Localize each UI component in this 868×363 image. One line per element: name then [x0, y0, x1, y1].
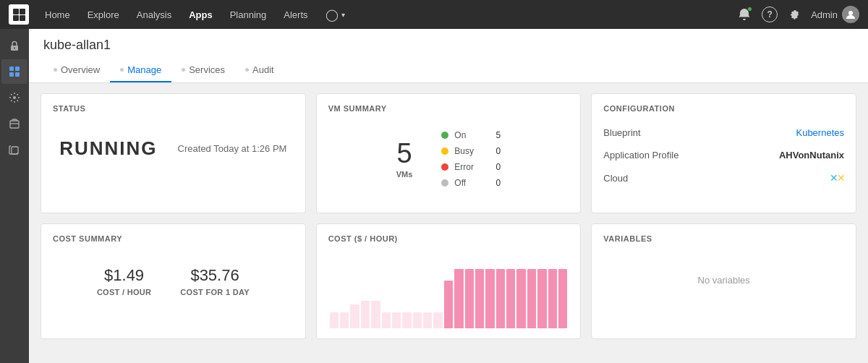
- chart-bar: [371, 301, 380, 329]
- logo[interactable]: [9, 4, 29, 25]
- page-header: kube-allan1 Overview Manage Services Aud…: [29, 29, 868, 83]
- chart-bar: [330, 312, 339, 328]
- config-key-cloud: Cloud: [603, 173, 628, 184]
- cost-per-hour-label: COST / HOUR: [97, 288, 151, 296]
- svg-rect-8: [15, 67, 20, 71]
- vm-stats: On 5 Busy 0 Error 0: [441, 130, 501, 188]
- notification-icon[interactable]: [737, 7, 752, 22]
- svg-rect-3: [20, 15, 25, 21]
- chart-bar: [548, 269, 557, 329]
- vm-summary-card: VM SUMMARY 5 VMs On 5 B: [316, 93, 582, 213]
- nav-right: ? Admin: [737, 6, 859, 23]
- nav-item-analysis[interactable]: Analysis: [128, 0, 180, 29]
- tab-services[interactable]: Services: [171, 60, 235, 82]
- cost-summary-card: COST SUMMARY $1.49 COST / HOUR $35.76 CO…: [41, 223, 306, 339]
- cost-summary-body: $1.49 COST / HOUR $35.76 COST FOR 1 DAY: [53, 255, 294, 317]
- nav-item-home[interactable]: Home: [36, 0, 79, 29]
- cost-per-day-amount: $35.76: [180, 266, 249, 285]
- chart-bar: [496, 269, 505, 329]
- page-title: kube-allan1: [43, 38, 854, 53]
- sidebar-item-copy[interactable]: [1, 137, 27, 162]
- cost-chart-body: [328, 249, 569, 328]
- chart-bar: [527, 269, 536, 329]
- cost-per-day-label: COST FOR 1 DAY: [180, 288, 249, 296]
- config-val-profile: AHVonNutanix: [779, 150, 844, 161]
- chart-bar: [516, 269, 525, 329]
- cost-per-day-block: $35.76 COST FOR 1 DAY: [180, 266, 249, 296]
- vm-count-number: 5: [396, 140, 413, 167]
- svg-point-6: [14, 48, 15, 49]
- chart-bar: [506, 269, 515, 329]
- chart-bar: [537, 269, 546, 329]
- vm-stat-off: Off 0: [441, 178, 501, 188]
- svg-point-11: [13, 96, 16, 99]
- sidebar-item-lock[interactable]: [1, 33, 27, 58]
- svg-text:✕: ✕: [837, 172, 844, 184]
- cost-summary-title: COST SUMMARY: [53, 234, 294, 243]
- cards-row-1: STATUS RUNNING Created Today at 1:26 PM …: [29, 83, 868, 218]
- chart-bar: [340, 312, 349, 328]
- cloud-x-icon: ✕ ✕: [830, 172, 844, 184]
- vm-count-label: VMs: [396, 170, 413, 179]
- sidebar: [0, 29, 29, 363]
- vm-summary-body: 5 VMs On 5 Busy 0: [328, 124, 569, 202]
- settings-icon[interactable]: [788, 8, 801, 21]
- tab-audit[interactable]: Audit: [235, 60, 284, 82]
- svg-rect-10: [15, 72, 20, 77]
- cost-chart-card: COST ($ / HOUR): [316, 223, 582, 339]
- chart-bar: [433, 312, 442, 328]
- chart-bar: [465, 269, 474, 329]
- vm-stat-error: Error 0: [441, 162, 501, 172]
- vm-summary-title: VM SUMMARY: [328, 104, 569, 113]
- tab-manage[interactable]: Manage: [110, 60, 171, 82]
- top-nav: Home Explore Analysis Apps Planning Aler…: [0, 0, 868, 29]
- nav-item-alerts[interactable]: Alerts: [275, 0, 316, 29]
- help-icon[interactable]: ?: [762, 7, 778, 22]
- main-content: kube-allan1 Overview Manage Services Aud…: [29, 29, 868, 363]
- svg-rect-7: [9, 67, 14, 71]
- nav-entity-selector[interactable]: ◯ ▾: [317, 0, 354, 29]
- cost-per-hour-amount: $1.49: [97, 266, 151, 285]
- config-card-title: CONFIGURATION: [603, 104, 844, 113]
- config-val-blueprint[interactable]: Kubernetes: [796, 127, 844, 138]
- status-card-title: STATUS: [53, 104, 294, 113]
- nav-item-planning[interactable]: Planning: [221, 0, 276, 29]
- chart-bar: [454, 269, 463, 329]
- svg-rect-12: [10, 121, 19, 128]
- config-row-blueprint: Blueprint Kubernetes: [603, 127, 844, 138]
- status-created: Created Today at 1:26 PM: [178, 143, 287, 154]
- config-key-blueprint: Blueprint: [603, 127, 640, 138]
- chart-bar: [423, 312, 432, 328]
- cost-chart-title: COST ($ / HOUR): [328, 234, 569, 243]
- admin-user[interactable]: Admin: [811, 6, 859, 23]
- chart-bar: [392, 312, 401, 328]
- sidebar-item-gear[interactable]: [1, 85, 27, 110]
- nav-items: Home Explore Analysis Apps Planning Aler…: [36, 0, 737, 29]
- variables-empty: No variables: [603, 255, 844, 315]
- variables-card-title: VARIABLES: [603, 234, 844, 243]
- config-row-profile: Application Profile AHVonNutanix: [603, 150, 844, 161]
- svg-rect-1: [20, 9, 25, 14]
- nav-item-explore[interactable]: Explore: [79, 0, 128, 29]
- svg-rect-2: [13, 15, 19, 21]
- status-card-body: RUNNING Created Today at 1:26 PM: [53, 124, 294, 180]
- sidebar-item-apps[interactable]: [1, 59, 27, 84]
- chart-bar: [475, 269, 484, 329]
- tab-overview[interactable]: Overview: [43, 60, 110, 82]
- tabs: Overview Manage Services Audit: [43, 60, 854, 82]
- status-card: STATUS RUNNING Created Today at 1:26 PM: [41, 93, 306, 213]
- sidebar-item-box[interactable]: [1, 111, 27, 136]
- svg-point-4: [848, 11, 853, 15]
- config-row-cloud: Cloud ✕ ✕: [603, 172, 844, 184]
- svg-rect-0: [13, 9, 19, 14]
- vm-count-block: 5 VMs: [396, 140, 413, 179]
- nav-item-apps[interactable]: Apps: [180, 0, 221, 29]
- cards-row-2: COST SUMMARY $1.49 COST / HOUR $35.76 CO…: [29, 218, 868, 349]
- chart-bar: [413, 312, 422, 328]
- svg-rect-9: [9, 72, 14, 77]
- chart-bar: [558, 269, 567, 329]
- status-value: RUNNING: [59, 137, 157, 160]
- chart-bar: [350, 304, 359, 328]
- config-key-profile: Application Profile: [603, 150, 678, 161]
- chart-bar: [361, 301, 370, 329]
